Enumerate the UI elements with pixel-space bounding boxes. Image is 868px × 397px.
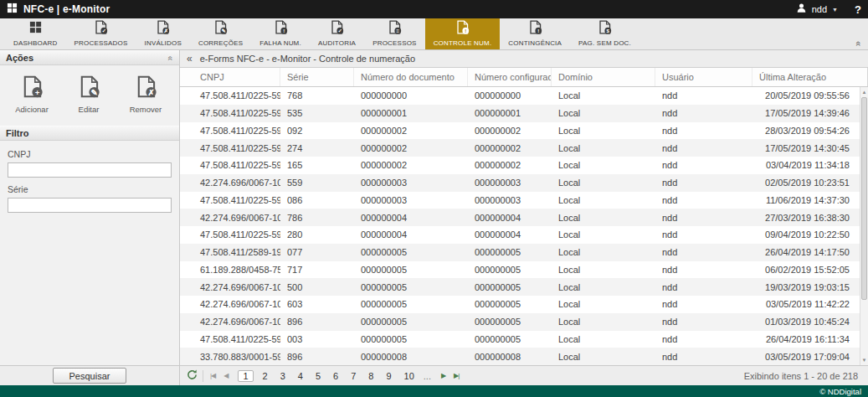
table-row[interactable]: 47.508.411/2589-19077000000005000000005L… xyxy=(180,244,868,261)
table-row[interactable]: 47.508.411/0225-59165000000002000000002L… xyxy=(180,157,868,174)
page-5[interactable]: 5 xyxy=(312,370,324,382)
table-row[interactable]: 33.780.883/0001-59896000000008000000008L… xyxy=(180,348,868,365)
tab-label: AUDITORIA xyxy=(318,39,356,47)
cell: 47.508.411/0225-59 xyxy=(180,157,280,174)
column-header-5[interactable]: Usuário xyxy=(655,68,752,86)
cell: ndd xyxy=(655,174,752,192)
column-header-1[interactable]: Série xyxy=(280,68,354,86)
cell: ndd xyxy=(655,192,752,209)
column-header-6[interactable]: Última Alteração xyxy=(752,68,868,86)
vertical-scrollbar[interactable]: ▲ ▼ xyxy=(860,87,868,365)
tab-falha-num[interactable]: ! FALHA NUM. xyxy=(251,18,310,49)
column-header-2[interactable]: Número do documento xyxy=(354,68,468,86)
cell: 42.274.696/0067-10 xyxy=(180,174,280,192)
cell: ndd xyxy=(655,122,752,140)
page-4[interactable]: 4 xyxy=(295,370,306,382)
items-range-status: Exibindo itens 1 - 20 de 218 xyxy=(744,371,861,381)
first-page-button[interactable]: |◀ xyxy=(208,372,217,379)
table-row[interactable]: 42.274.696/0067-10603000000005000000005L… xyxy=(180,296,868,313)
editar-button[interactable]: ✎ Editar xyxy=(62,72,116,117)
page-7[interactable]: 7 xyxy=(347,370,359,382)
page-10[interactable]: 10 xyxy=(401,370,418,382)
tab-processos[interactable]: ≡ PROCESSOS xyxy=(364,18,424,49)
action-label: Adicionar xyxy=(15,105,49,114)
cell: 42.274.696/0067-10 xyxy=(180,209,280,226)
column-header-0[interactable]: CNPJ xyxy=(180,68,280,86)
table-row[interactable]: 61.189.288/0458-75717000000005000000005L… xyxy=(180,261,868,279)
column-header-3[interactable]: Número configurado xyxy=(468,68,552,86)
refresh-icon[interactable] xyxy=(187,369,198,382)
processados-doc-check-icon: ✓ xyxy=(94,20,108,38)
last-page-button[interactable]: ▶| xyxy=(452,372,460,379)
actions-panel-title: Ações xyxy=(6,53,33,63)
table-row[interactable]: 47.508.411/0225-59086000000003000000003L… xyxy=(180,192,868,209)
cell: Local xyxy=(552,209,655,226)
table-row[interactable]: 47.508.411/0225-59092000000002000000002L… xyxy=(180,122,868,140)
table-row[interactable]: 42.274.696/0067-10500000000005000000005L… xyxy=(180,278,868,296)
cell: 000000005 xyxy=(354,261,468,279)
correcoes-doc-edit-icon: ✎ xyxy=(213,20,228,38)
cell: 000000002 xyxy=(468,139,552,157)
cell: 000000000 xyxy=(354,87,468,105)
column-header-4[interactable]: Domínio xyxy=(552,68,655,86)
help-button[interactable]: ? xyxy=(855,3,861,16)
cnpj-input[interactable] xyxy=(8,162,172,178)
tab-processados[interactable]: ✓ PROCESSADOS xyxy=(65,18,136,49)
cell: 535 xyxy=(280,105,354,122)
table-row[interactable]: 42.274.696/0067-10786000000004000000004L… xyxy=(180,209,868,226)
cell: 092 xyxy=(280,122,354,140)
scrollbar-thumb[interactable] xyxy=(861,97,867,300)
tab-correcoes[interactable]: ✎ CORREÇÕES xyxy=(190,18,251,49)
cell: 47.508.411/2589-19 xyxy=(180,244,280,261)
next-page-button[interactable]: ▶ xyxy=(439,372,447,379)
remover-button[interactable]: ✗ Remover xyxy=(119,72,172,117)
cell: Local xyxy=(552,174,655,192)
cell: Local xyxy=(552,244,655,261)
tab-controle-num[interactable]: ! CONTROLE NUM. xyxy=(425,18,501,49)
filter-fields: CNPJSérie xyxy=(0,141,179,214)
cell: 000000002 xyxy=(468,122,552,140)
tab-auditoria[interactable]: ✓ AUDITORIA xyxy=(310,18,364,49)
pager-separator xyxy=(203,370,203,382)
table-row[interactable]: 47.508.411/0225-59003000000005000000005L… xyxy=(180,331,868,348)
page-1-current[interactable]: 1 xyxy=(238,370,253,382)
previous-page-button[interactable]: ◀ xyxy=(222,372,229,379)
page-6[interactable]: 6 xyxy=(330,370,342,382)
controle-num-doc-alert-icon: ! xyxy=(455,20,470,38)
page-9[interactable]: 9 xyxy=(383,370,394,382)
cell: 077 xyxy=(280,244,354,261)
search-button[interactable]: Pesquisar xyxy=(53,368,126,384)
edit-document-icon: ✎ xyxy=(78,75,100,101)
user-name[interactable]: ndd xyxy=(812,4,827,14)
serie-input[interactable] xyxy=(8,198,172,213)
table-row[interactable]: 42.274.696/0067-10896000000005000000005L… xyxy=(180,313,868,331)
cell: 000000005 xyxy=(468,278,552,296)
tab-contingencia[interactable]: ! CONTINGÊNCIA xyxy=(500,18,570,49)
tab-invalidos[interactable]: ✗ INVÁLIDOS xyxy=(136,18,189,49)
table-row[interactable]: 47.508.411/0225-59280000000004000000004L… xyxy=(180,226,868,244)
tab-pag-sem-doc[interactable]: $ PAG. SEM DOC. xyxy=(570,18,639,49)
actions-collapse-icon[interactable]: « xyxy=(167,55,176,60)
add-document-icon: + xyxy=(21,75,44,101)
tab-dashboard[interactable]: DASHBOARD xyxy=(5,18,65,49)
cell: ndd xyxy=(655,209,752,226)
scroll-up-icon[interactable]: ▲ xyxy=(860,87,868,97)
table-row[interactable]: 47.508.411/0225-59768000000000000000000L… xyxy=(180,87,868,105)
cell: Local xyxy=(552,105,655,122)
adicionar-button[interactable]: + Adicionar xyxy=(5,72,59,117)
main-panel: « e-Forms NFC-e - e-Monitor - Controle d… xyxy=(180,50,868,385)
page-8[interactable]: 8 xyxy=(365,370,377,382)
table-row[interactable]: 47.508.411/0225-59274000000002000000002L… xyxy=(180,139,868,157)
cell: 000000004 xyxy=(354,226,468,244)
sidebar-collapse-icon[interactable]: « xyxy=(187,53,193,64)
user-menu-caret-icon[interactable]: ▼ xyxy=(832,7,838,13)
page-2[interactable]: 2 xyxy=(259,370,271,382)
table-row[interactable]: 47.508.411/0225-59535000000001000000001L… xyxy=(180,105,868,122)
scroll-down-icon[interactable]: ▼ xyxy=(860,355,868,365)
svg-text:!: ! xyxy=(537,28,539,34)
page-3[interactable]: 3 xyxy=(277,370,289,382)
table-row[interactable]: 42.274.696/0067-10559000000003000000003L… xyxy=(180,174,868,192)
cell: 768 xyxy=(280,87,354,105)
cell: ndd xyxy=(655,105,752,122)
ribbon-collapse-icon[interactable]: « xyxy=(855,41,863,46)
